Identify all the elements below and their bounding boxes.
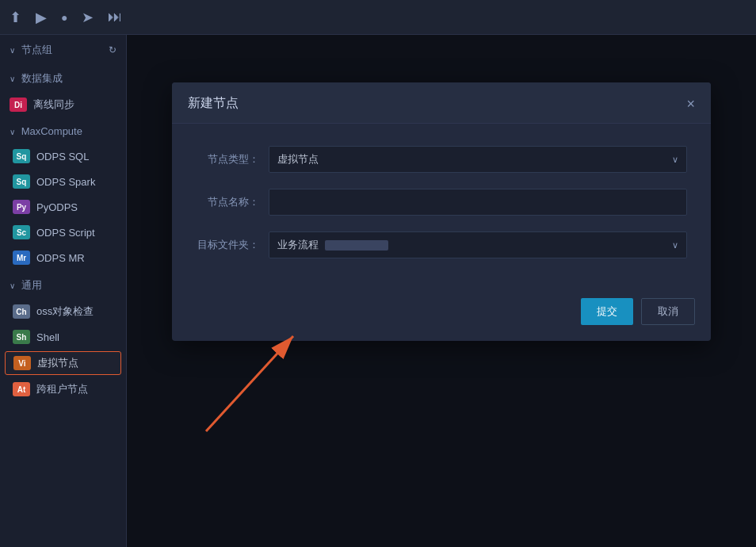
- sidebar-section-label: ∨ 节点组: [10, 43, 52, 57]
- sidebar-item-pyodps[interactable]: Py PyODPS: [0, 194, 126, 220]
- target-folder-select[interactable]: 业务流程 ∨: [269, 231, 687, 258]
- sidebar-item-oss-check[interactable]: Ch oss对象检查: [0, 299, 126, 324]
- sidebar-section-general[interactable]: ∨ 通用: [0, 270, 126, 299]
- offline-sync-badge: Di: [10, 98, 27, 112]
- sidebar-section-data-integration[interactable]: ∨ 数据集成: [0, 63, 126, 92]
- modal-overlay: 新建节点 × 节点类型： 虚拟节点 ∨ 节点名称：: [127, 35, 756, 547]
- odps-spark-badge: Sq: [13, 174, 30, 189]
- sidebar-item-odps-spark[interactable]: Sq ODPS Spark: [0, 169, 126, 194]
- node-name-input[interactable]: [277, 197, 678, 208]
- sidebar-item-label: 离线同步: [33, 98, 74, 112]
- refresh-icon[interactable]: ↻: [109, 44, 116, 55]
- submit-button[interactable]: 提交: [581, 298, 633, 325]
- sidebar-item-label: 虚拟节点: [37, 356, 78, 370]
- sidebar-item-label: Shell: [36, 331, 59, 343]
- chevron-down-icon: ∨: [672, 240, 678, 251]
- sidebar-item-offline-sync[interactable]: Di 离线同步: [0, 92, 126, 117]
- cross-tenant-badge: At: [13, 382, 30, 396]
- odps-sql-badge: Sq: [13, 149, 30, 163]
- skip-icon[interactable]: ⏭: [108, 9, 122, 25]
- odps-mr-badge: Mr: [13, 251, 30, 265]
- sidebar-item-label: 跨租户节点: [36, 382, 88, 396]
- sidebar-item-odps-mr[interactable]: Mr ODPS MR: [0, 245, 126, 270]
- dot-icon[interactable]: ●: [61, 11, 67, 24]
- node-type-label: 节点类型：: [196, 152, 259, 166]
- new-node-modal: 新建节点 × 节点类型： 虚拟节点 ∨ 节点名称：: [172, 82, 711, 341]
- sidebar-section-maxcompute[interactable]: ∨ MaxCompute: [0, 117, 126, 143]
- modal-header: 新建节点 ×: [172, 82, 711, 124]
- play-icon[interactable]: ▶: [36, 9, 47, 26]
- form-row-node-name: 节点名称：: [196, 189, 687, 216]
- upload-icon[interactable]: ⬆: [10, 9, 21, 26]
- node-name-input-wrapper: [269, 189, 687, 216]
- main-layout: ∨ 节点组 ↻ ∨ 数据集成 Di 离线同步 ∨ MaxCompute S: [0, 35, 756, 547]
- pyodps-badge: Py: [13, 200, 30, 214]
- modal-title: 新建节点: [188, 95, 239, 112]
- node-name-label: 节点名称：: [196, 195, 259, 209]
- node-type-select[interactable]: 虚拟节点 ∨: [269, 146, 687, 173]
- odps-script-badge: Sc: [13, 225, 30, 239]
- cancel-button[interactable]: 取消: [641, 298, 695, 325]
- sidebar-section-node-group[interactable]: ∨ 节点组 ↻: [0, 35, 126, 63]
- sidebar-section-label: ∨ 通用: [10, 278, 42, 293]
- virtual-node-badge: Vi: [13, 356, 31, 370]
- sidebar-item-label: ODPS MR: [36, 252, 85, 264]
- target-folder-label: 目标文件夹：: [196, 238, 259, 252]
- oss-check-badge: Ch: [13, 304, 30, 319]
- modal-footer: 提交 取消: [172, 290, 711, 341]
- send-icon[interactable]: ➤: [82, 9, 94, 26]
- sidebar-item-shell[interactable]: Sh Shell: [0, 324, 126, 350]
- sidebar-section-label: ∨ MaxCompute: [10, 125, 82, 137]
- content-area: 新建节点 × 节点类型： 虚拟节点 ∨ 节点名称：: [127, 35, 756, 547]
- form-row-node-type: 节点类型： 虚拟节点 ∨: [196, 146, 687, 173]
- sidebar-item-virtual-node[interactable]: Vi 虚拟节点: [5, 351, 121, 375]
- sidebar-item-label: oss对象检查: [36, 304, 94, 319]
- target-folder-value: 业务流程: [277, 238, 388, 252]
- sidebar-item-cross-tenant[interactable]: At 跨租户节点: [0, 377, 126, 402]
- modal-close-button[interactable]: ×: [686, 97, 695, 111]
- toolbar: ⬆ ▶ ● ➤ ⏭: [0, 0, 756, 35]
- sidebar-item-label: ODPS Spark: [36, 176, 95, 188]
- sidebar-section-label: ∨ 数据集成: [10, 71, 63, 86]
- sidebar-item-odps-script[interactable]: Sc ODPS Script: [0, 220, 126, 245]
- folder-path-blurred: [325, 240, 388, 251]
- modal-body: 节点类型： 虚拟节点 ∨ 节点名称：: [172, 124, 711, 290]
- shell-badge: Sh: [13, 330, 30, 344]
- sidebar-item-label: ODPS SQL: [36, 151, 89, 163]
- sidebar-item-label: ODPS Script: [36, 227, 95, 239]
- node-type-value: 虚拟节点: [277, 152, 319, 166]
- form-row-target-folder: 目标文件夹： 业务流程 ∨: [196, 231, 687, 258]
- sidebar: ∨ 节点组 ↻ ∨ 数据集成 Di 离线同步 ∨ MaxCompute S: [0, 35, 127, 547]
- chevron-down-icon: ∨: [672, 155, 678, 165]
- sidebar-item-label: PyODPS: [36, 201, 78, 213]
- sidebar-item-odps-sql[interactable]: Sq ODPS SQL: [0, 143, 126, 169]
